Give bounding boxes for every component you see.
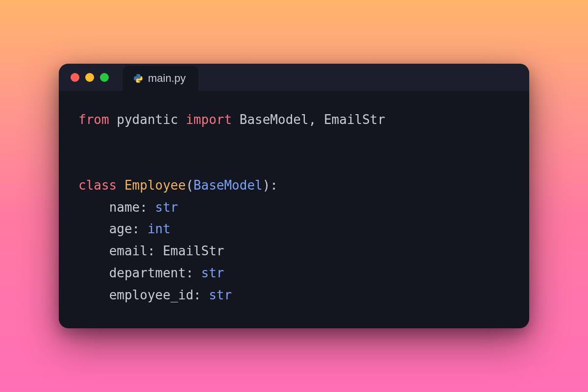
type-annotation: str (155, 200, 178, 215)
window-controls (59, 64, 122, 91)
indent (78, 244, 109, 258)
colon: : (132, 221, 147, 236)
colon: : (186, 266, 201, 280)
type-annotation: EmailStr (163, 244, 224, 258)
code-line-1: from pydantic import BaseModel, EmailStr (78, 112, 385, 127)
code-editor[interactable]: from pydantic import BaseModel, EmailStr… (59, 91, 529, 328)
indent (78, 200, 109, 215)
colon: : (147, 244, 163, 258)
code-line-9: employee_id: str (78, 288, 232, 302)
code-line-6: age: int (78, 221, 171, 236)
minimize-button[interactable] (85, 73, 94, 82)
python-file-icon (133, 74, 143, 83)
field-name: department (109, 266, 186, 280)
indent (78, 288, 109, 302)
lparen: ( (186, 178, 194, 193)
type-annotation: int (147, 221, 171, 236)
editor-window: main.py from pydantic import BaseModel, … (59, 64, 529, 328)
import-list: BaseModel, EmailStr (240, 112, 385, 127)
type-annotation: str (201, 266, 224, 280)
keyword-import: import (186, 112, 232, 127)
base-class: BaseModel (194, 178, 263, 193)
colon: : (194, 288, 209, 302)
indent (78, 221, 109, 236)
code-line-5: name: str (78, 200, 178, 215)
field-name: age (109, 221, 132, 236)
class-name: Employee (124, 178, 186, 193)
colon: : (140, 200, 155, 215)
code-line-4: class Employee(BaseModel): (78, 178, 278, 193)
close-button[interactable] (71, 73, 79, 82)
field-name: name (109, 200, 140, 215)
rparen-colon: ): (263, 178, 278, 193)
code-line-8: department: str (78, 266, 224, 280)
code-line-7: email: EmailStr (78, 244, 224, 258)
keyword-from: from (78, 112, 109, 127)
keyword-class: class (78, 178, 117, 193)
module-name: pydantic (117, 112, 178, 127)
field-name: employee_id (109, 288, 194, 302)
type-annotation: str (209, 288, 232, 302)
field-name: email (109, 244, 147, 258)
indent (78, 266, 109, 280)
file-tab-label: main.py (148, 72, 186, 85)
titlebar: main.py (59, 64, 529, 91)
file-tab[interactable]: main.py (122, 66, 198, 91)
maximize-button[interactable] (100, 73, 109, 82)
